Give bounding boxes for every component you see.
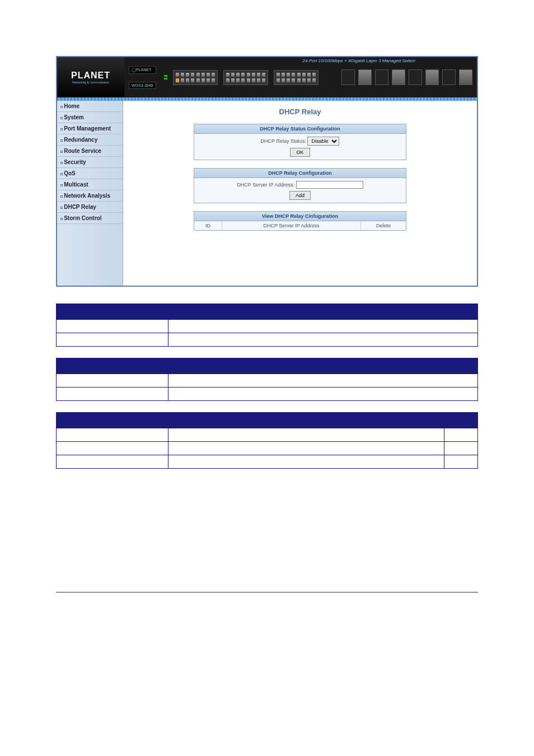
table-cell [57,333,168,347]
table-header [168,304,478,320]
sidebar-item-multicast[interactable]: Multicast [57,179,123,190]
brand-name: PLANET [71,71,110,81]
doc-table-config [56,358,478,401]
sidebar: Home System Port Management Redundancy R… [57,101,123,286]
sidebar-item-route-service[interactable]: Route Service [57,146,123,157]
ok-button[interactable]: OK [290,148,310,157]
sfp-slots [341,69,472,85]
table-cell [57,388,168,401]
sidebar-item-redundancy[interactable]: Redundancy [57,134,123,146]
switch-panel: ◯PLANET WGS3-2840 24-Por [124,57,477,97]
sidebar-item-network-analysis[interactable]: Network Analysis [57,190,123,202]
view-col-addr: DHCP Server IP Address [222,221,361,230]
sidebar-item-home[interactable]: Home [57,101,123,112]
view-config-box: View DHCP Relay Cinfuguration ID DHCP Se… [194,211,406,231]
status-config-box: DHCP Relay Status Configuration DHCP Rel… [194,124,406,160]
port-group-2 [223,70,268,85]
table-cell [57,428,168,442]
content-area: DHCP Relay DHCP Relay Status Configurati… [123,101,477,286]
status-config-header: DHCP Relay Status Configuration [194,124,406,134]
table-cell [57,374,168,388]
sidebar-item-dhcp-relay[interactable]: DHCP Relay [57,202,123,213]
table-cell [444,428,478,442]
status-leds [164,75,167,80]
table-cell [168,388,478,401]
brand-logo: PLANET Networking & Communication [57,57,124,97]
table-cell [168,333,478,347]
device-header: PLANET Networking & Communication ◯PLANE… [57,57,477,97]
table-header [168,413,444,428]
table-header [444,413,478,428]
table-cell [444,455,478,469]
sidebar-item-security[interactable]: Security [57,157,123,168]
server-ip-label: DHCP Server IP Address: [237,182,294,188]
relay-config-header: DHCP Relay Configuration [194,168,406,178]
brand-tagline: Networking & Communication [72,81,109,84]
table-cell [57,455,168,469]
footer-line [56,592,478,596]
table-cell [168,442,444,455]
page-title: DHCP Relay [140,108,460,116]
add-button[interactable]: Add [289,191,311,200]
view-col-delete: Delete [361,221,406,230]
brand-badge: ◯PLANET [129,66,156,74]
device-screenshot: PLANET Networking & Communication ◯PLANE… [56,56,478,287]
table-cell [168,374,478,388]
sidebar-item-system[interactable]: System [57,112,123,123]
view-col-id: ID [194,221,222,230]
port-group-1 [173,70,218,85]
model-label: WGS3-2840 [129,82,156,89]
sidebar-item-qos[interactable]: QoS [57,168,123,179]
sidebar-item-port-management[interactable]: Port Management [57,123,123,134]
port-group-3 [274,70,318,85]
status-select[interactable]: Disable [307,137,339,146]
table-header [57,358,168,374]
status-label: DHCP Relay Status: [261,138,306,144]
table-header [168,358,478,374]
table-cell [444,442,478,455]
table-cell [57,442,168,455]
table-cell [168,455,444,469]
doc-table-view [56,412,478,469]
table-cell [168,320,478,333]
table-header [57,413,168,428]
view-config-header: View DHCP Relay Cinfuguration [194,211,406,221]
sidebar-item-storm-control[interactable]: Storm Control [57,213,123,224]
device-description: 24-Port 10/100Mbps + 4Gigabit Layer 3 Ma… [302,58,415,63]
table-cell [168,428,444,442]
table-cell [57,320,168,333]
server-ip-input[interactable] [296,181,363,189]
table-header [57,304,168,320]
doc-table-status [56,304,478,347]
relay-config-box: DHCP Relay Configuration DHCP Server IP … [194,168,406,203]
